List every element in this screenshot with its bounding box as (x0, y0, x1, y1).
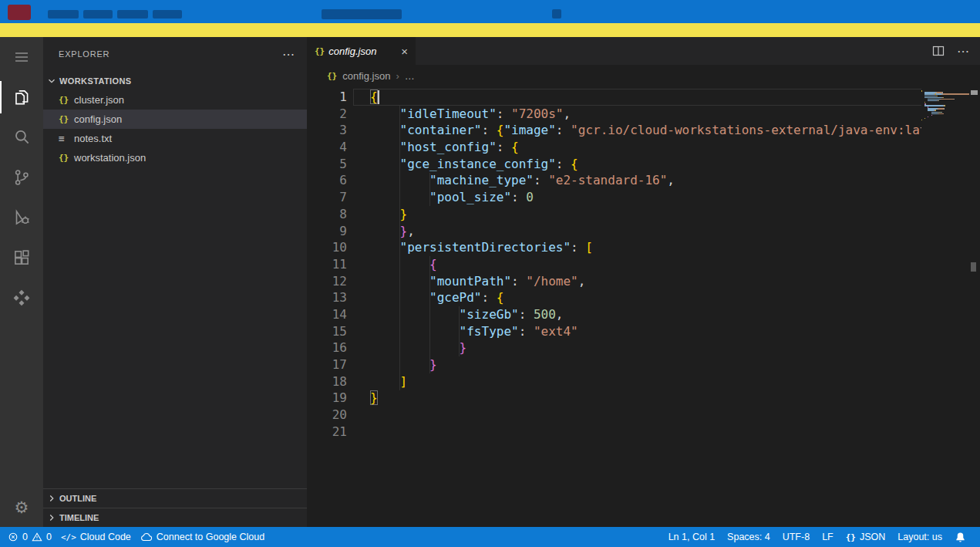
code-line-15[interactable]: 15 "fsType": "ext4" (307, 323, 980, 340)
activity-extensions-button[interactable] (0, 238, 43, 278)
title-bar (0, 0, 980, 23)
code-text: "persistentDirectories": [ (370, 239, 593, 256)
code-line-18[interactable]: 18 ] (307, 373, 980, 390)
code-line-3[interactable]: 3 "container": {"image": "gcr.io/cloud-w… (307, 122, 980, 139)
line-number[interactable]: 1 (307, 89, 347, 106)
code-text: } (370, 390, 378, 407)
code-editor[interactable]: 1{2 "idleTimeout": "7200s",3 "container"… (307, 86, 980, 527)
indent-guide (429, 173, 430, 206)
search-icon (12, 127, 32, 147)
code-line-8[interactable]: 8 } (307, 206, 980, 223)
cloud-code-button[interactable]: </> Cloud Code (56, 527, 136, 547)
tab-label: config.json (328, 46, 376, 57)
code-line-13[interactable]: 13 "gcePd": { (307, 289, 980, 306)
tab-config-json[interactable]: {} config.json × (307, 37, 416, 65)
split-editor-icon[interactable] (932, 45, 945, 57)
code-line-7[interactable]: 7 "pool_size": 0 (307, 189, 980, 206)
explorer-file-workstation.json[interactable]: {}workstation.json (43, 148, 307, 167)
code-line-4[interactable]: 4 "host_config": { (307, 139, 980, 156)
line-number[interactable]: 19 (307, 390, 347, 407)
line-number[interactable]: 4 (307, 139, 347, 156)
explorer-file-cluster.json[interactable]: {}cluster.json (43, 90, 307, 110)
code-line-2[interactable]: 2 "idleTimeout": "7200s", (307, 106, 980, 123)
line-number[interactable]: 3 (307, 122, 347, 139)
line-number[interactable]: 2 (307, 106, 347, 123)
editor-group: {} config.json × ⋯ {} config.json › … 1{… (307, 37, 980, 527)
section-timeline[interactable]: TIMELINE (43, 508, 307, 527)
code-line-1[interactable]: 1{ (307, 89, 980, 106)
line-number[interactable]: 17 (307, 356, 347, 373)
json-file-icon: {} (59, 95, 72, 105)
code-line-10[interactable]: 10 "persistentDirectories": [ (307, 239, 980, 256)
file-name: cluster.json (74, 94, 124, 106)
explorer-sidebar: EXPLORER ⋯ WORKSTATIONS {}cluster.json{}… (43, 37, 307, 527)
line-number[interactable]: 14 (307, 306, 347, 323)
code-line-21[interactable]: 21 (307, 424, 980, 441)
code-line-12[interactable]: 12 "mountPath": "/home", (307, 273, 980, 290)
line-number[interactable]: 5 (307, 156, 347, 173)
editor-more-actions-icon[interactable]: ⋯ (957, 44, 969, 59)
breadcrumb-more[interactable]: … (405, 70, 415, 82)
line-number[interactable]: 11 (307, 256, 347, 273)
activity-cloud-code-button[interactable] (0, 278, 43, 318)
code-line-19[interactable]: 19} (307, 390, 980, 407)
tab-bar: {} config.json × ⋯ (307, 37, 980, 65)
minimap[interactable] (921, 86, 969, 527)
line-number[interactable]: 20 (307, 407, 347, 424)
line-number[interactable]: 10 (307, 239, 347, 256)
line-number[interactable]: 13 (307, 289, 347, 306)
encoding-setting[interactable]: UTF-8 (776, 527, 816, 547)
code-line-16[interactable]: 16 } (307, 339, 980, 356)
status-bar: 0 0 </> Cloud Code Connect to Google Clo… (0, 527, 980, 547)
explorer-file-notes.txt[interactable]: ≡notes.txt (43, 129, 307, 148)
line-number[interactable]: 12 (307, 273, 347, 290)
json-file-icon: {} (315, 46, 325, 56)
line-number[interactable]: 6 (307, 172, 347, 189)
warning-count: 0 (46, 532, 52, 542)
activity-source-control-button[interactable] (0, 157, 43, 198)
code-line-14[interactable]: 14 "sizeGb": 500, (307, 306, 980, 323)
line-number[interactable]: 18 (307, 373, 347, 390)
more-actions-icon[interactable]: ⋯ (282, 47, 295, 62)
breadcrumb[interactable]: {} config.json › … (307, 65, 980, 86)
overview-ruler[interactable] (969, 86, 980, 527)
line-number[interactable]: 15 (307, 323, 347, 340)
code-line-20[interactable]: 20 (307, 407, 980, 424)
code-text: "gcePd": { (370, 289, 503, 306)
line-number[interactable]: 8 (307, 206, 347, 223)
code-line-9[interactable]: 9 }, (307, 223, 980, 240)
line-number[interactable]: 7 (307, 189, 347, 206)
titlebar-menu-text-illegible (83, 10, 113, 19)
line-number[interactable]: 21 (307, 424, 347, 441)
error-icon (8, 532, 19, 542)
code-text: } (370, 206, 407, 223)
activity-run-debug-button[interactable] (0, 198, 43, 238)
code-line-6[interactable]: 6 "machine_type": "e2-standard-16", (307, 172, 980, 189)
cursor-position[interactable]: Ln 1, Col 1 (662, 527, 721, 547)
code-line-11[interactable]: 11 { (307, 256, 980, 273)
activity-explorer-button[interactable] (0, 77, 43, 117)
indentation-setting[interactable]: Spaces: 4 (721, 527, 776, 547)
connect-google-cloud-button[interactable]: Connect to Google Cloud (136, 527, 269, 547)
menu-button[interactable] (0, 37, 43, 77)
activity-bar: ⚙ (0, 37, 43, 527)
line-number[interactable]: 9 (307, 223, 347, 240)
line-number[interactable]: 16 (307, 339, 347, 356)
settings-button[interactable]: ⚙ (0, 487, 43, 527)
eol-setting[interactable]: LF (816, 527, 840, 547)
problems-indicator[interactable]: 0 0 (3, 527, 56, 547)
breadcrumb-file[interactable]: config.json (342, 70, 390, 82)
keyboard-layout[interactable]: Layout: us (891, 527, 948, 547)
notifications-button[interactable] (948, 527, 972, 547)
close-tab-icon[interactable]: × (401, 45, 408, 58)
activity-search-button[interactable] (0, 117, 43, 157)
code-line-17[interactable]: 17 } (307, 356, 980, 373)
section-workstations[interactable]: WORKSTATIONS (43, 71, 307, 90)
gear-icon: ⚙ (15, 499, 29, 515)
language-mode[interactable]: {} JSON (840, 527, 892, 547)
code-line-5[interactable]: 5 "gce_instance_config": { (307, 156, 980, 173)
explorer-file-config.json[interactable]: {}config.json (43, 110, 307, 129)
section-outline[interactable]: OUTLINE (43, 488, 307, 508)
json-file-icon: {} (327, 71, 337, 81)
code-text: "fsType": "ext4" (370, 323, 578, 340)
